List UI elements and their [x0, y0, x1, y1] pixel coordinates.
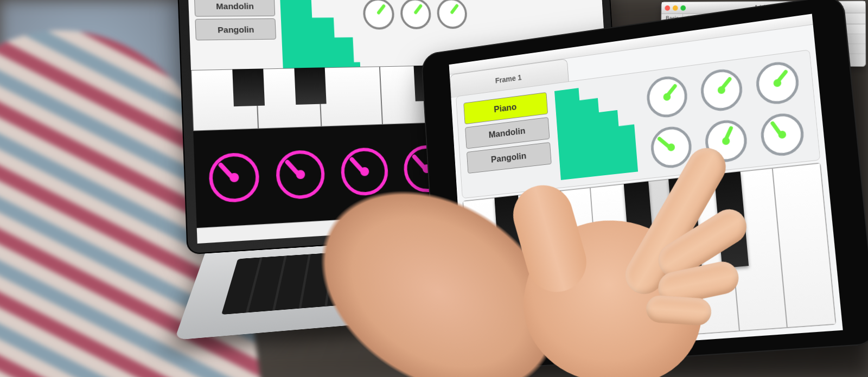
traffic-light-close-icon[interactable] — [665, 5, 670, 10]
laptop-dial-3[interactable] — [436, 0, 468, 29]
laptop-dial-1[interactable] — [362, 0, 395, 30]
traffic-light-max-icon[interactable] — [680, 5, 686, 10]
ipad-dial-2[interactable] — [699, 67, 744, 113]
laptop-pink-dial-1[interactable] — [208, 152, 260, 203]
laptop-dial-2[interactable] — [400, 0, 432, 29]
ipad-dial-6[interactable] — [759, 111, 805, 158]
traffic-light-min-icon[interactable] — [673, 5, 678, 10]
laptop-pink-dial-2[interactable] — [275, 150, 326, 200]
laptop-instrument-pangolin[interactable]: Pangolin — [195, 18, 276, 41]
laptop-instrument-mandolin[interactable]: Mandolin — [194, 0, 276, 17]
ipad-dial-1[interactable] — [646, 74, 689, 120]
ipad-dial-3[interactable] — [755, 60, 801, 106]
